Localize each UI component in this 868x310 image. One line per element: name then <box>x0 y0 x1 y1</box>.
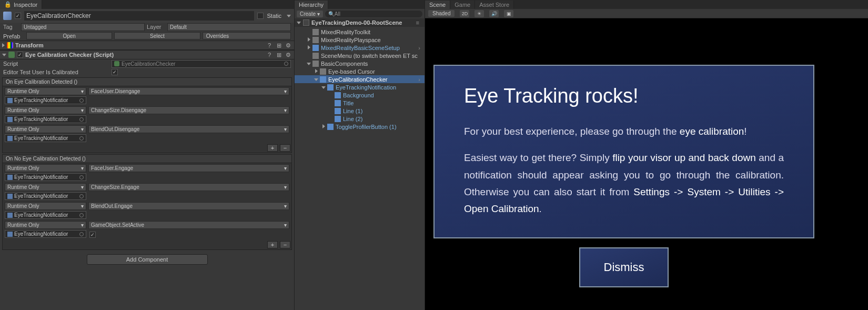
foldout-icon[interactable] <box>321 124 326 129</box>
component-preset-icon[interactable]: ⊞ <box>275 42 282 49</box>
audio-toggle[interactable]: 🔊 <box>489 10 499 17</box>
component-help-icon[interactable]: ? <box>266 51 273 58</box>
hierarchy-item[interactable]: ToggleProfilerButton (1) <box>295 123 425 131</box>
gameobject-active-checkbox[interactable] <box>15 13 21 19</box>
prefab-select-button[interactable]: Select <box>114 32 200 39</box>
lighting-toggle[interactable]: ☀ <box>475 10 484 17</box>
object-picker-icon[interactable] <box>79 117 84 122</box>
foldout-icon[interactable] <box>314 69 319 74</box>
script-component-header[interactable]: Eye Calibration Checker (Script) ? ⊞ ⚙ <box>0 50 294 59</box>
event-function-dropdown[interactable]: ChangeSize.Engage▾ <box>88 183 289 191</box>
event-add-button[interactable]: + <box>267 144 278 152</box>
inspector-tab[interactable]: 🔒Inspector <box>0 0 42 9</box>
asset-store-tab[interactable]: Asset Store <box>475 1 514 9</box>
component-gear-icon[interactable]: ⚙ <box>285 42 292 49</box>
event-target-field[interactable]: EyeTrackingNotificatior <box>5 115 86 123</box>
lock-icon: 🔒 <box>4 1 12 8</box>
event-target-field[interactable]: EyeTrackingNotificatior <box>5 230 86 238</box>
editor-test-checkbox[interactable] <box>112 69 118 75</box>
tag-dropdown[interactable]: Untagged <box>21 23 145 31</box>
foldout-icon[interactable] <box>306 45 311 51</box>
foldout-icon[interactable] <box>328 116 334 122</box>
game-tab-label: Game <box>455 2 470 8</box>
event-runtime-dropdown[interactable]: Runtime Only▾ <box>5 183 86 191</box>
hierarchy-search-input[interactable]: 🔍All <box>325 11 422 17</box>
foldout-icon[interactable] <box>328 93 334 98</box>
event-add-button[interactable]: + <box>267 241 278 248</box>
object-picker-icon[interactable] <box>79 175 84 179</box>
foldout-icon[interactable] <box>328 108 334 114</box>
hierarchy-item-label: Line (2) <box>343 116 362 122</box>
foldout-icon[interactable] <box>306 37 311 43</box>
hierarchy-tab[interactable]: Hierarchy <box>295 1 328 9</box>
script-enabled-checkbox[interactable] <box>17 52 23 58</box>
component-help-icon[interactable]: ? <box>266 42 273 49</box>
transform-header[interactable]: Transform ? ⊞ ⚙ <box>0 41 294 50</box>
foldout-icon[interactable] <box>306 53 311 58</box>
shading-dropdown[interactable]: Shaded <box>428 10 455 17</box>
scene-tab[interactable]: Scene <box>425 1 450 9</box>
dismiss-button[interactable]: Dismiss <box>579 247 669 287</box>
event-runtime-dropdown[interactable]: Runtime Only▾ <box>5 87 86 95</box>
hierarchy-item[interactable]: Title <box>295 99 425 107</box>
event-target-field[interactable]: EyeTrackingNotificatior <box>5 173 86 181</box>
event-runtime-dropdown[interactable]: Runtime Only▾ <box>5 221 86 229</box>
event-bool-arg-checkbox[interactable] <box>89 232 96 238</box>
hierarchy-item[interactable]: Line (1) <box>295 107 425 115</box>
event-function-dropdown[interactable]: ChangeSize.Disengage▾ <box>88 106 289 114</box>
prefab-open-button[interactable]: Open <box>26 32 112 39</box>
layer-dropdown[interactable]: Default <box>167 23 291 31</box>
scene-menu-icon[interactable]: ≡ <box>416 19 422 26</box>
hierarchy-create-dropdown[interactable]: Create ▾ <box>297 11 323 17</box>
event-runtime-dropdown[interactable]: Runtime Only▾ <box>5 164 86 172</box>
event-function-dropdown[interactable]: FaceUser.Disengage▾ <box>88 87 289 95</box>
event-runtime-dropdown[interactable]: Runtime Only▾ <box>5 125 86 133</box>
component-gear-icon[interactable]: ⚙ <box>285 51 292 58</box>
event-runtime-dropdown[interactable]: Runtime Only▾ <box>5 202 86 210</box>
foldout-icon[interactable] <box>306 29 311 35</box>
twod-toggle[interactable]: 2D <box>460 10 469 17</box>
foldout-icon[interactable] <box>328 101 334 106</box>
event-target-field[interactable]: EyeTrackingNotificatior <box>5 192 86 200</box>
event-function-dropdown[interactable]: BlendOut.Engage▾ <box>88 202 289 210</box>
fx-toggle[interactable]: ▣ <box>504 10 513 17</box>
scene-row[interactable]: EyeTrackingDemo-00-RootScene ≡ <box>295 18 425 27</box>
hierarchy-item[interactable]: MixedRealityBasicSceneSetup› <box>295 44 425 52</box>
hierarchy-item[interactable]: SceneMenu (to switch between ET sc <box>295 52 425 59</box>
foldout-icon[interactable] <box>314 77 319 82</box>
event-remove-button[interactable]: − <box>280 241 290 248</box>
object-picker-icon[interactable] <box>79 98 84 103</box>
object-picker-icon[interactable] <box>79 213 84 217</box>
scene-viewport[interactable]: Eye Tracking rocks! For your best experi… <box>425 18 868 310</box>
hierarchy-item[interactable]: EyeTrackingNotification <box>295 83 425 91</box>
hierarchy-item[interactable]: BasicComponents <box>295 59 425 67</box>
game-tab[interactable]: Game <box>450 1 475 9</box>
hierarchy-item[interactable]: Eye-based Cursor <box>295 67 425 75</box>
add-component-button[interactable]: Add Component <box>87 254 208 265</box>
event-remove-button[interactable]: − <box>280 144 290 152</box>
event-target-field[interactable]: EyeTrackingNotificatior <box>5 134 86 142</box>
hierarchy-item[interactable]: MixedRealityPlayspace <box>295 36 425 44</box>
prefab-overrides-dropdown[interactable]: Overrides <box>203 32 291 39</box>
foldout-icon[interactable] <box>306 61 311 66</box>
gameobject-name-field[interactable]: EyeCalibrationChecker <box>24 11 254 21</box>
hierarchy-item[interactable]: Line (2) <box>295 115 425 123</box>
object-picker-icon[interactable] <box>79 232 84 236</box>
static-checkbox[interactable] <box>257 13 264 19</box>
object-picker-icon[interactable] <box>79 136 84 141</box>
hierarchy-item[interactable]: MixedRealityToolkit <box>295 28 425 36</box>
event-function-dropdown[interactable]: GameObject.SetActive▾ <box>88 221 289 229</box>
hierarchy-item[interactable]: EyeCalibrationChecker› <box>295 75 425 83</box>
hierarchy-item[interactable]: Background <box>295 91 425 99</box>
event-runtime-dropdown[interactable]: Runtime Only▾ <box>5 106 86 114</box>
object-picker-icon[interactable] <box>284 62 288 66</box>
foldout-icon[interactable] <box>321 85 326 90</box>
event-function-dropdown[interactable]: FaceUser.Engage▾ <box>88 164 289 172</box>
static-dropdown-icon[interactable] <box>287 15 291 17</box>
script-object-field[interactable]: EyeCalibrationChecker <box>112 60 291 68</box>
event-target-field[interactable]: EyeTrackingNotificatior <box>5 96 86 104</box>
event-target-field[interactable]: EyeTrackingNotificatior <box>5 211 86 219</box>
event-function-dropdown[interactable]: BlendOut.Disengage▾ <box>88 125 289 133</box>
component-preset-icon[interactable]: ⊞ <box>275 51 282 58</box>
object-picker-icon[interactable] <box>79 194 84 198</box>
